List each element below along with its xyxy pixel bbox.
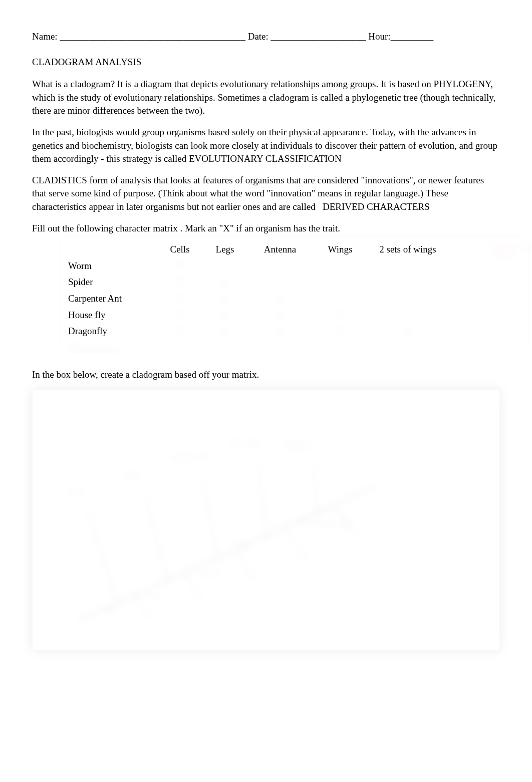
page-title: CLADOGRAM ANALYSIS <box>32 56 500 69</box>
cell[interactable]: X <box>157 325 202 338</box>
header-line: Name: __________________________________… <box>32 30 500 44</box>
trait-wings: Wings <box>233 541 251 551</box>
character-matrix: Cells Legs Antenna Wings 2 sets of wings… <box>32 243 500 358</box>
branch-fly: House Fly <box>230 438 259 448</box>
col-2wings: 2 sets of wings <box>368 243 448 256</box>
matrix-instruction: Fill out the following character matrix … <box>32 222 500 235</box>
para1-text-a: What is a cladogram? It is a diagram tha… <box>32 79 434 89</box>
derived-characters-answer: DERIVED CHARACTERS <box>323 201 430 212</box>
hour-field[interactable]: Hour:_________ <box>368 31 433 42</box>
branch-worm: Worm <box>68 488 85 498</box>
branch-ant: Carpenter Ant <box>170 453 210 463</box>
row-ant: Carpenter Ant <box>67 292 157 306</box>
paragraph-3: CLADISTICS form of analysis that looks a… <box>32 174 500 214</box>
cell[interactable]: X <box>368 325 448 338</box>
matrix-header-row: Cells Legs Antenna Wings 2 sets of wings <box>67 243 518 256</box>
trait-cells: Cells <box>103 606 117 616</box>
svg-line-3 <box>203 478 218 561</box>
phylogeny-answer: PHYLOGENY <box>434 79 491 89</box>
cell[interactable]: X <box>157 293 202 305</box>
hidden-row-label: Velvet worm <box>67 341 157 355</box>
evolutionary-classification-answer: EVOLUTIONARY CLASSIFICATION <box>189 153 342 164</box>
svg-line-7 <box>185 574 203 601</box>
table-row: Spider X X <box>67 276 518 289</box>
row-worm: Worm <box>67 259 157 273</box>
branch-spider: Spider <box>123 470 141 480</box>
svg-line-9 <box>286 531 308 561</box>
cell[interactable]: X <box>202 309 247 321</box>
cell[interactable]: X <box>202 293 247 305</box>
hidden-side-text: Legless/califa animals <box>493 243 532 268</box>
cell[interactable]: X <box>313 325 368 338</box>
hidden-answer-row: Velvet worm <box>67 341 518 355</box>
row-fly: House fly <box>67 309 157 322</box>
cladistics-answer: CLADISTICS <box>32 175 87 185</box>
row-spider: Spider <box>67 276 157 289</box>
paragraph-2: In the past, biologists would group orga… <box>32 126 500 166</box>
trait-2wings: Two Sets of wings <box>298 518 350 528</box>
paragraph-1: What is a cladogram? It is a diagram tha… <box>32 78 500 118</box>
date-field[interactable]: Date: ____________________ <box>248 31 366 42</box>
svg-line-4 <box>258 465 268 539</box>
name-field[interactable]: Name: __________________________________… <box>32 31 245 42</box>
cell[interactable]: X <box>157 309 202 321</box>
cell[interactable]: X <box>247 293 313 305</box>
svg-line-1 <box>88 510 118 604</box>
branch-dragonfly: Dragonfly <box>283 440 312 450</box>
svg-line-0 <box>78 485 378 621</box>
cell[interactable]: X <box>313 309 368 321</box>
cell[interactable]: X <box>157 259 202 272</box>
table-row: House fly X X X X <box>67 309 518 322</box>
svg-line-5 <box>313 465 318 517</box>
cladogram-box[interactable]: Worm Spider Carpenter Ant House Fly Drag… <box>32 390 500 650</box>
cell[interactable]: X <box>202 325 247 338</box>
cladogram-instruction: In the box below, create a cladogram bas… <box>32 368 500 382</box>
table-row: Dragonfly X X X X X <box>67 325 518 338</box>
cell[interactable]: X <box>247 325 313 338</box>
col-legs: Legs <box>202 243 247 256</box>
col-antenna: Antenna <box>247 243 313 256</box>
table-row: Worm X <box>67 259 518 273</box>
cell[interactable]: X <box>202 276 247 289</box>
svg-line-2 <box>145 495 168 582</box>
cell[interactable]: X <box>247 309 313 321</box>
row-dragonfly: Dragonfly <box>67 325 157 338</box>
cell[interactable]: X <box>157 276 202 289</box>
col-cells: Cells <box>157 243 202 256</box>
table-row: Carpenter Ant X X X <box>67 292 518 306</box>
trait-antenna: Antenna <box>198 568 221 578</box>
svg-line-8 <box>235 553 255 581</box>
col-wings: Wings <box>313 243 368 256</box>
trait-legs: Legs <box>148 591 161 601</box>
